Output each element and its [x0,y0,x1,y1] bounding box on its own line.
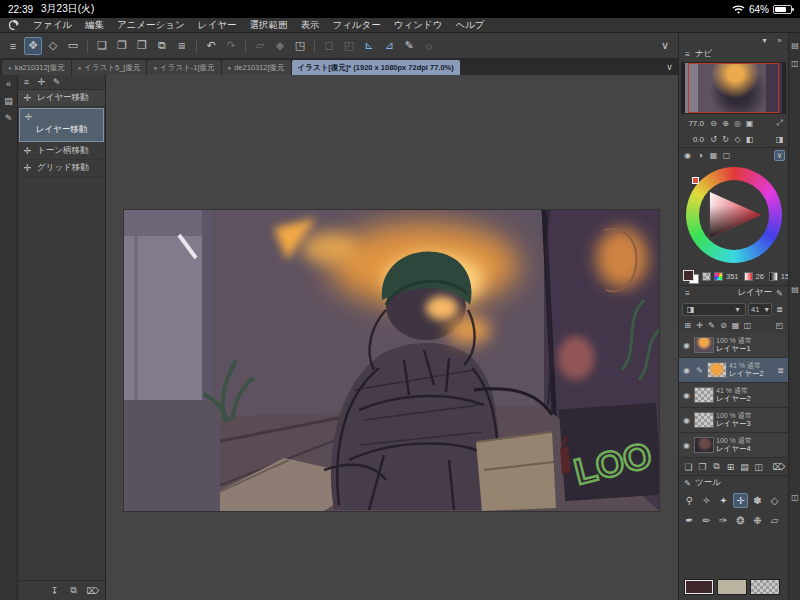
redo-icon[interactable]: ↷ [222,37,240,55]
color-panel-more-icon[interactable]: ∨ [774,150,785,161]
dock-tab-info-icon[interactable]: ◫ [789,57,800,69]
navigator-view-rect[interactable] [688,63,779,113]
brush-tool-icon[interactable]: ✑ [716,513,731,528]
main-color-swatch[interactable] [683,270,694,281]
sub-color-well[interactable] [717,579,747,595]
rotate-cw-icon[interactable]: ↻ [720,134,731,145]
layer-row[interactable]: ◉ 100 % 通常 レイヤー3 [679,408,788,433]
dock-tab-tool-icon[interactable]: ◫ [789,491,800,503]
layer-row[interactable]: ◉ 100 % 通常 レイヤー4 [679,433,788,458]
opacity-stepper-icon[interactable]: ▾ [761,304,772,315]
layer-opacity-field[interactable]: 41 ▾ [748,303,772,316]
new-layer-icon[interactable]: ❏ [682,460,695,473]
menu-edit[interactable]: 編集 [85,19,104,32]
select-command-icon[interactable]: ◻ [320,37,338,55]
document-tab[interactable]: ● de210312[復元 [222,60,291,75]
document-tab[interactable]: ● イラスト5_[復元 [72,60,147,75]
clip-layer-icon[interactable]: ⊞ [682,320,693,331]
merge-layer-icon[interactable]: ▤ [738,460,751,473]
layer-handle-icon[interactable]: ≣ [775,365,786,376]
transfer-layer-icon[interactable]: ⊞ [724,460,737,473]
gradient-tool-icon[interactable]: ◇ [44,37,62,55]
hand-tool-icon[interactable]: ✽ [750,493,765,508]
export-file-icon[interactable]: ⧉ [153,37,171,55]
snap-ruler-icon[interactable]: ⊾ [360,37,378,55]
document-tab-active[interactable]: イラスト[復元]* (1920 x 1080px 72dpi 77.0%) [292,60,460,75]
main-color-well[interactable] [684,579,714,595]
transparent-color-swatch[interactable] [702,272,711,281]
subtool-menu-icon[interactable]: ≡ [20,76,33,89]
layer-thumbnail[interactable] [707,362,727,378]
menu-animation[interactable]: アニメーション [117,19,185,32]
new-folder-icon[interactable]: ❐ [696,460,709,473]
snap-special-ruler-icon[interactable]: ⊿ [380,37,398,55]
blend-mode-dropdown[interactable]: ◨ ▾ [682,303,746,316]
eye-icon[interactable]: ◉ [681,365,692,376]
menu-file[interactable]: ファイル [33,19,72,32]
document-tab[interactable]: ● ka210312[復元 [2,60,71,75]
eyedropper-tool-icon[interactable]: ✧ [699,493,714,508]
document-tab[interactable]: ● イラスト-1[復元 [147,60,220,75]
tab-list-icon[interactable]: ∨ [663,60,676,73]
layer-row[interactable]: ◉ 41 % 通常 レイヤー2 [679,383,788,408]
subtool-item-tone-move[interactable]: ✛ トーン柄移動 [18,143,105,160]
pan-tool-icon[interactable]: ✥ [24,37,42,55]
fill-command-icon[interactable]: ◆ [271,37,289,55]
layer-panel-menu-icon[interactable]: ≡ [682,288,693,299]
crop-command-icon[interactable]: ◳ [291,37,309,55]
menu-filter[interactable]: フィルター [332,19,380,32]
menu-layer[interactable]: レイヤー [198,19,237,32]
new-file-icon[interactable]: ❏ [93,37,111,55]
toolbar-menu-icon[interactable]: ≡ [4,37,22,55]
draft-layer-icon[interactable]: ✎ [706,320,717,331]
layer-thumbnail[interactable] [694,412,714,428]
clip-studio-logo-icon[interactable] [8,19,20,31]
open-file-icon[interactable]: ❐ [113,37,131,55]
eye-icon[interactable]: ◉ [681,440,692,451]
zoom-tool-icon[interactable]: ⚲ [682,493,697,508]
pencil-tool-icon[interactable]: ✏ [699,513,714,528]
airbrush-tool-icon[interactable]: ❂ [733,513,748,528]
panel-collapse-icon[interactable]: ▾ [759,35,770,46]
eye-icon[interactable]: ◉ [681,340,692,351]
layer-thumbnail[interactable] [694,437,714,453]
decoration-tool-icon[interactable]: ❉ [750,513,765,528]
pen-command-icon[interactable]: ✎ [400,37,418,55]
layer-thumbnail[interactable] [694,387,714,403]
frame-tool-icon[interactable]: ▭ [64,37,82,55]
canvas-artwork[interactable]: LOO [124,210,659,511]
navigator-menu-icon[interactable]: ≡ [682,49,693,60]
hue-marker[interactable] [692,177,699,184]
eye-icon[interactable]: ◉ [681,390,692,401]
eraser-command-icon[interactable]: ▱ [251,37,269,55]
figure-tool-icon[interactable]: ◇ [767,493,782,508]
flip-horizontal-icon[interactable]: ◧ [744,134,755,145]
toolbar-more-icon[interactable]: ∨ [656,37,674,55]
eye-icon[interactable]: ◉ [681,415,692,426]
save-file-icon[interactable]: ❒ [133,37,151,55]
ruler-layer-icon[interactable]: ◰ [774,320,785,331]
fit-screen-icon[interactable]: ▣ [744,118,755,129]
color-slider-tab-icon[interactable]: ◑ [695,150,706,161]
reset-rotate-icon[interactable]: ◇ [732,134,743,145]
flip-vertical-icon[interactable]: ◨ [774,134,785,145]
layer-options-icon[interactable]: ≣ [774,304,785,315]
duplicate-subtool-icon[interactable]: ⧉ [67,584,80,597]
layer-thumbnail[interactable] [694,337,714,353]
menu-window[interactable]: ウィンドウ [394,19,443,32]
move-tool-icon[interactable]: ✛ [733,493,748,508]
layer-search-icon[interactable]: ✎ [774,288,785,299]
delete-layer-icon[interactable]: ⌦ [772,460,785,473]
share-file-icon[interactable]: ⧈ [173,37,191,55]
subtool-item-grid-move[interactable]: ✛ グリッド移動 [18,160,105,177]
menu-help[interactable]: ヘルプ [455,19,484,32]
panel-expand-icon[interactable]: » [774,35,785,46]
eraser-tool-icon[interactable]: ▱ [767,513,782,528]
menu-selection[interactable]: 選択範囲 [249,19,287,32]
fullscreen-icon[interactable]: ⤢ [774,118,785,129]
color-set-tab-icon[interactable]: ▦ [708,150,719,161]
deselect-command-icon[interactable]: ◰ [340,37,358,55]
brush-tab-icon[interactable]: ✎ [2,111,15,124]
layer-mask-icon[interactable]: ◫ [742,320,753,331]
lasso-command-icon[interactable]: ◌ [420,37,438,55]
